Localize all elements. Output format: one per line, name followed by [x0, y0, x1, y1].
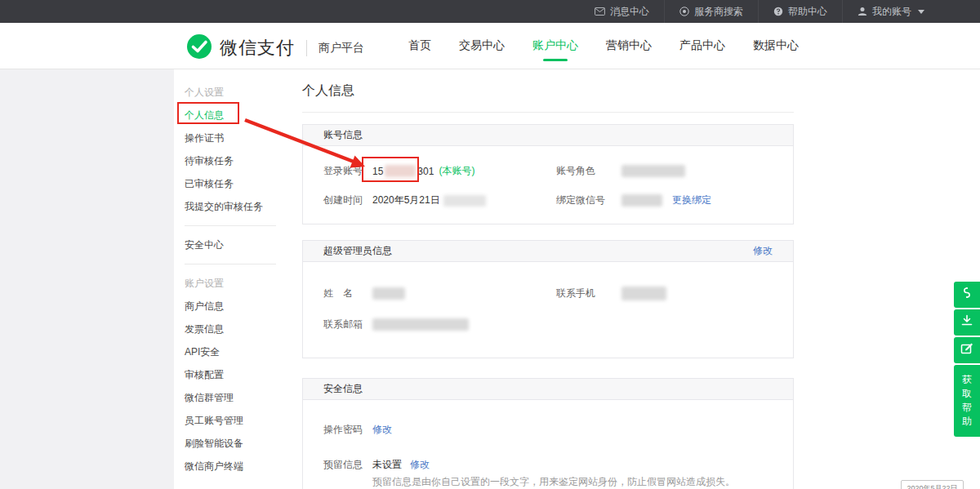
help-icon [773, 7, 783, 16]
sidebar-item-pending-review-tasks[interactable]: 待审核任务 [185, 149, 282, 172]
change-binding-link[interactable]: 更换绑定 [672, 193, 711, 207]
utility-topbar: 消息中心 服务商搜索 帮助中心 我的账号 [0, 0, 980, 23]
sidebar-item-wechat-merchant-terminal[interactable]: 微信商户终端 [185, 455, 282, 478]
sidebar-item-wechat-group-mgmt[interactable]: 微信群管理 [185, 386, 282, 409]
sidebar-item-invoice-info[interactable]: 发票信息 [185, 318, 282, 340]
nav-data-center[interactable]: 数据中心 [753, 23, 799, 69]
mail-icon [595, 7, 605, 16]
description-line: 预留信息是由你自己设置的一段文字，用来鉴定网站身份，防止假冒网站造成损失。 [372, 475, 773, 488]
service-provider-search-link[interactable]: 服务商搜索 [664, 0, 758, 23]
created-time-row: 创建时间 2020年5月21日 绑定微信号 更换绑定 [323, 193, 773, 207]
brand-name: 微信支付 [220, 36, 295, 60]
sidebar-item-security-center[interactable]: 安全中心 [185, 233, 282, 256]
field-label: 预留信息 [323, 458, 372, 472]
sidebar-item-staff-account-mgmt[interactable]: 员工账号管理 [185, 409, 282, 432]
download-button[interactable] [954, 309, 980, 336]
quick-link-button[interactable] [954, 282, 980, 308]
bound-wechat-field: 绑定微信号 更换绑定 [556, 193, 711, 207]
redacted-contact-phone [621, 287, 666, 300]
field-label: 绑定微信号 [556, 193, 621, 207]
super-admin-panel: 超级管理员信息 修改 姓 名 联系手机 联系邮箱 [302, 240, 794, 358]
redacted-login-middle [385, 165, 416, 177]
redacted-account-role [621, 165, 685, 177]
super-admin-panel-header: 超级管理员信息 修改 [303, 241, 793, 262]
account-info-panel-header: 账号信息 [303, 125, 793, 146]
topbar-item-label: 服务商搜索 [694, 5, 743, 19]
reserved-info-status: 未设置 [372, 458, 402, 472]
topbar-item-label: 消息中心 [610, 5, 649, 19]
security-info-panel: 安全信息 操作密码 修改 预留信息 未设置 修改 预留信息是由你自己设置的一段文… [302, 378, 794, 489]
feedback-icon [960, 341, 974, 359]
sidebar-item-face-smart-device[interactable]: 刷脸智能设备 [185, 432, 282, 455]
login-prefix: 15 [372, 166, 383, 177]
edit-reserved-info-link[interactable]: 修改 [410, 458, 430, 472]
edit-admin-link[interactable]: 修改 [753, 244, 773, 258]
panel-title: 超级管理员信息 [323, 244, 392, 258]
change-password-link[interactable]: 修改 [372, 423, 392, 437]
sidebar-divider [185, 225, 276, 226]
get-help-label: 获取帮助 [962, 373, 972, 429]
reserved-info-row: 预留信息 未设置 修改 [323, 458, 773, 472]
nav-account-center[interactable]: 账户中心 [532, 23, 578, 69]
panel-title: 账号信息 [323, 128, 363, 142]
sidebar-item-review-config[interactable]: 审核配置 [185, 363, 282, 386]
field-label: 姓 名 [323, 287, 372, 300]
field-label: 联系手机 [556, 287, 621, 300]
user-icon [858, 7, 867, 16]
brand: 微信支付 商户平台 [186, 33, 364, 63]
topbar-item-label: 我的账号 [872, 5, 911, 19]
reserved-info-description: 预留信息是由你自己设置的一段文字，用来鉴定网站身份，防止假冒网站造成损失。 配置… [372, 475, 773, 489]
current-account-note: (本账号) [439, 164, 474, 178]
field-label: 联系邮箱 [323, 318, 372, 331]
sidebar-group-account-settings: 账户设置 [185, 272, 282, 295]
nav-transaction-center[interactable]: 交易中心 [459, 23, 505, 69]
wechat-pay-logo-icon [186, 33, 212, 63]
sidebar-item-merchant-info[interactable]: 商户信息 [185, 295, 282, 318]
my-account-menu[interactable]: 我的账号 [842, 0, 939, 23]
sidebar-item-operation-certificate[interactable]: 操作证书 [185, 127, 282, 149]
panel-title: 安全信息 [323, 382, 363, 396]
main-nav: 首页 交易中心 账户中心 营销中心 产品中心 数据中心 [408, 23, 799, 69]
platform-name: 商户平台 [318, 41, 364, 56]
login-account-value: 15 301 (本账号) [372, 164, 474, 178]
sidebar-item-personal-info[interactable]: 个人信息 [185, 104, 282, 127]
nav-home[interactable]: 首页 [408, 23, 431, 69]
merchant-platform-page: 消息中心 服务商搜索 帮助中心 我的账号 微信支付 [0, 0, 980, 489]
floating-help-widget: 获取帮助 [954, 282, 980, 437]
chevron-down-icon [918, 10, 924, 14]
redacted-wechat-id [621, 194, 662, 207]
operation-password-row: 操作密码 修改 [323, 423, 773, 437]
security-info-panel-header: 安全信息 [303, 379, 793, 400]
feedback-button[interactable] [954, 337, 980, 363]
nav-product-center[interactable]: 产品中心 [679, 23, 725, 69]
main-content: 个人信息 账号信息 登录账号 15 301 (本账号) 账号角色 [302, 69, 794, 489]
account-info-panel: 账号信息 登录账号 15 301 (本账号) 账号角色 [302, 124, 794, 224]
message-center-link[interactable]: 消息中心 [580, 0, 664, 23]
created-time-value: 2020年5月21日 [372, 193, 486, 207]
sidebar-item-api-security[interactable]: API安全 [185, 340, 282, 363]
left-gutter [0, 69, 174, 489]
sidebar-item-reviewed-tasks[interactable]: 已审核任务 [185, 172, 282, 195]
main-header: 微信支付 商户平台 首页 交易中心 账户中心 营销中心 产品中心 数据中心 [0, 23, 980, 69]
redacted-created-suffix [443, 195, 486, 207]
topbar-item-label: 帮助中心 [788, 5, 827, 19]
redacted-admin-name [372, 287, 405, 300]
field-label: 创建时间 [323, 193, 372, 207]
admin-name-row: 姓 名 联系手机 [323, 287, 773, 300]
sidebar: 个人设置 个人信息 操作证书 待审核任务 已审核任务 我提交的审核任务 安全中心… [174, 69, 282, 489]
field-label: 登录账号 [323, 164, 372, 178]
brand-divider [306, 40, 307, 56]
page-title: 个人信息 [302, 69, 794, 100]
sidebar-group-personal-settings: 个人设置 [185, 81, 282, 104]
nav-marketing-center[interactable]: 营销中心 [606, 23, 652, 69]
sidebar-item-my-submitted-tasks[interactable]: 我提交的审核任务 [185, 195, 282, 218]
download-icon [960, 313, 974, 331]
contact-phone-field: 联系手机 [556, 287, 666, 300]
help-center-link[interactable]: 帮助中心 [758, 0, 842, 23]
login-account-row: 登录账号 15 301 (本账号) 账号角色 [323, 164, 773, 178]
field-label: 操作密码 [323, 423, 372, 437]
get-help-button[interactable]: 获取帮助 [954, 365, 980, 437]
redacted-contact-email [372, 318, 469, 331]
contact-email-row: 联系邮箱 [323, 318, 773, 331]
title-divider [302, 112, 794, 113]
